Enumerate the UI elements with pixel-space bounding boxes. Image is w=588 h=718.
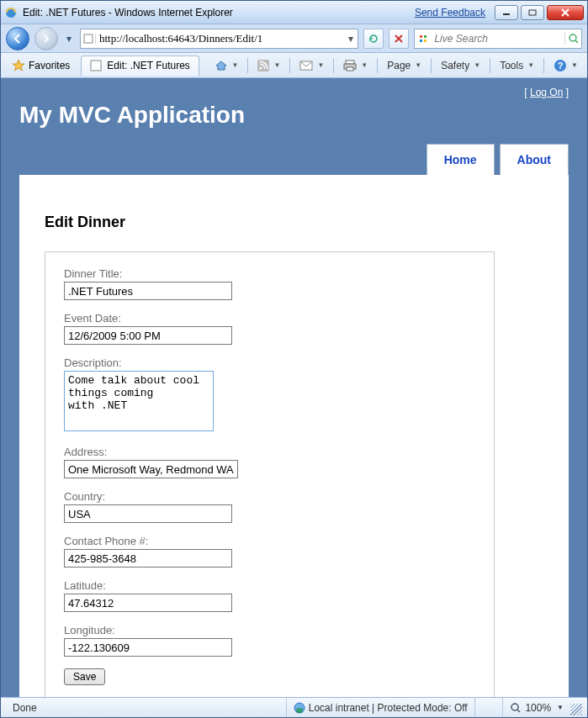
zone-icon — [294, 702, 305, 714]
bing-icon — [415, 33, 431, 45]
svg-rect-14 — [91, 61, 101, 71]
favorites-label: Favorites — [29, 60, 70, 71]
longitude-label: Longitude: — [64, 624, 475, 636]
latitude-label: Latitude: — [64, 579, 475, 592]
command-bar: ▼ ▼ ▼ ▼ Page▼ Safety▼ Tools▼ ?▼ — [210, 56, 582, 75]
country-label: Country: — [64, 490, 475, 503]
title-input[interactable] — [64, 282, 232, 300]
address-bar: ▾ — [80, 29, 358, 49]
status-bar: Done Local intranet | Protected Mode: Of… — [1, 697, 587, 717]
svg-rect-8 — [420, 35, 422, 38]
help-icon: ? — [554, 59, 567, 72]
page-content: Edit Dinner Dinner Title: Event Date: De… — [19, 175, 569, 697]
browser-window: Edit: .NET Futures - Windows Internet Ex… — [0, 0, 588, 718]
latitude-input[interactable] — [64, 594, 232, 612]
phone-label: Contact Phone #: — [64, 535, 475, 547]
tab-title: Edit: .NET Futures — [107, 60, 189, 71]
svg-point-16 — [260, 66, 262, 69]
login-bar: [ Log On ] — [19, 87, 569, 98]
page-heading: Edit Dinner — [45, 214, 543, 231]
zoom-control[interactable]: 100%▼ — [502, 698, 570, 717]
rss-icon — [257, 60, 269, 71]
browser-tab[interactable]: Edit: .NET Futures — [81, 55, 199, 76]
date-label: Event Date: — [64, 312, 475, 325]
svg-rect-2 — [529, 10, 536, 15]
address-input[interactable] — [96, 29, 344, 48]
favorites-bar: Favorites Edit: .NET Futures ▼ ▼ ▼ ▼ Pag… — [1, 53, 587, 78]
back-button[interactable] — [6, 27, 29, 50]
address-input-field[interactable] — [64, 460, 238, 478]
longitude-input[interactable] — [64, 638, 232, 657]
edit-form: Dinner Title: Event Date: Description: C… — [45, 251, 495, 697]
nav-bar: ▾ ▾ — [1, 24, 587, 53]
tab-page-icon — [90, 60, 102, 71]
resize-grip[interactable] — [570, 704, 582, 715]
svg-line-13 — [575, 40, 578, 43]
svg-rect-24 — [297, 709, 302, 712]
tools-menu[interactable]: Tools▼ — [495, 56, 538, 75]
print-button[interactable]: ▼ — [339, 56, 372, 75]
help-button[interactable]: ?▼ — [549, 56, 582, 75]
app-title: My MVC Application — [19, 102, 569, 129]
address-dropdown[interactable]: ▾ — [344, 33, 358, 45]
svg-rect-9 — [424, 35, 426, 38]
description-input[interactable]: Come talk about cool things coming with … — [64, 371, 214, 431]
title-bar: Edit: .NET Futures - Windows Internet Ex… — [1, 1, 587, 24]
svg-rect-20 — [347, 67, 353, 71]
home-button[interactable]: ▼ — [210, 56, 243, 75]
country-input[interactable] — [64, 504, 232, 523]
zoom-icon — [510, 702, 522, 714]
print-icon — [343, 60, 357, 71]
home-icon — [215, 60, 228, 71]
search-button[interactable] — [564, 33, 581, 45]
close-button[interactable] — [547, 5, 584, 20]
page-viewport: [ Log On ] My MVC Application Home About… — [1, 78, 587, 697]
save-button[interactable]: Save — [64, 668, 105, 685]
date-input[interactable] — [64, 326, 232, 345]
search-input[interactable] — [431, 33, 564, 45]
favorites-button[interactable]: Favorites — [6, 56, 76, 75]
svg-rect-5 — [84, 34, 93, 43]
svg-rect-11 — [424, 40, 426, 42]
star-icon — [12, 59, 25, 72]
mail-icon — [299, 61, 313, 71]
page-icon — [81, 34, 96, 44]
phone-input[interactable] — [64, 549, 232, 568]
send-feedback-link[interactable]: Send Feedback — [415, 7, 485, 18]
address-label: Address: — [64, 446, 475, 458]
mail-button[interactable]: ▼ — [295, 56, 328, 75]
svg-rect-10 — [420, 40, 422, 42]
stop-button[interactable] — [389, 29, 409, 49]
ie-icon — [4, 6, 18, 19]
svg-text:?: ? — [558, 61, 564, 71]
nav-home[interactable]: Home — [426, 144, 495, 175]
description-label: Description: — [64, 356, 475, 369]
forward-button[interactable] — [34, 27, 58, 50]
search-bar — [414, 29, 582, 49]
svg-rect-18 — [346, 61, 354, 64]
svg-line-26 — [517, 710, 520, 712]
refresh-button[interactable] — [363, 29, 384, 49]
title-label: Dinner Title: — [64, 267, 475, 280]
safety-menu[interactable]: Safety▼ — [437, 56, 485, 75]
minimize-button[interactable] — [495, 5, 518, 20]
logon-link[interactable]: Log On — [530, 87, 563, 98]
svg-point-12 — [569, 34, 576, 41]
nav-about[interactable]: About — [500, 144, 569, 175]
feeds-button[interactable]: ▼ — [253, 56, 284, 75]
maximize-button[interactable] — [521, 5, 544, 20]
status-text: Done — [6, 698, 286, 717]
recent-pages-dropdown[interactable]: ▾ — [63, 29, 75, 49]
svg-point-25 — [511, 704, 518, 710]
status-progress — [474, 698, 503, 717]
window-title: Edit: .NET Futures - Windows Internet Ex… — [23, 7, 233, 18]
status-zone: Local intranet | Protected Mode: Off — [286, 698, 474, 717]
page-menu[interactable]: Page▼ — [383, 56, 426, 75]
